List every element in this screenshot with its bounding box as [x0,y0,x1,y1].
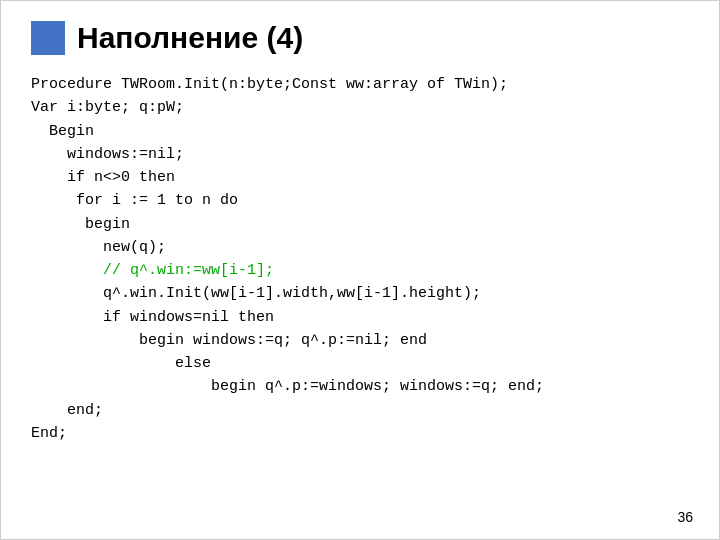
code-line: new(q); [31,239,166,256]
code-line: End; [31,425,67,442]
code-line: begin windows:=q; q^.p:=nil; end [31,332,427,349]
code-line: q^.win.Init(ww[i-1].width,ww[i-1].height… [31,285,481,302]
code-line: else [31,355,211,372]
code-block: Procedure TWRoom.Init(n:byte;Const ww:ar… [31,73,689,445]
code-line: begin [31,216,130,233]
code-line: Var i:byte; q:pW; [31,99,184,116]
code-line: begin q^.p:=windows; windows:=q; end; [31,378,544,395]
code-line: if windows=nil then [31,309,274,326]
code-line: end; [31,402,103,419]
title-bar: Наполнение (4) [31,21,689,55]
code-line: Procedure TWRoom.Init(n:byte;Const ww:ar… [31,76,508,93]
page-number: 36 [673,509,697,525]
slide-title: Наполнение (4) [77,21,303,55]
title-accent [31,21,65,55]
code-line: if n<>0 then [31,169,175,186]
code-line: for i := 1 to n do [31,192,238,209]
slide-container: Наполнение (4) Procedure TWRoom.Init(n:b… [0,0,720,540]
code-line: // q^.win:=ww[i-1]; [31,262,274,279]
code-line: windows:=nil; [31,146,184,163]
code-line: Begin [31,123,94,140]
